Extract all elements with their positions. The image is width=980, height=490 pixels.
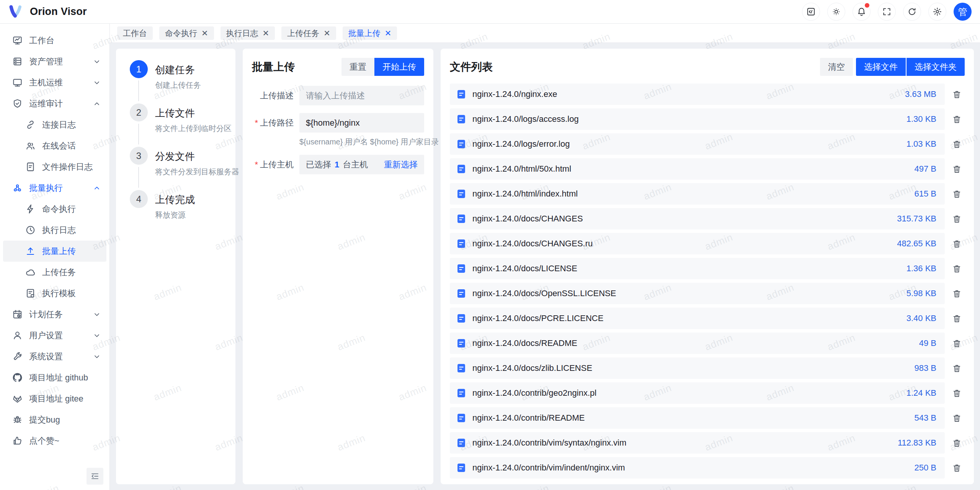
- file-doc-icon: [456, 313, 467, 324]
- theme-sun-button[interactable]: [827, 3, 845, 21]
- dashboard-icon: [12, 35, 23, 46]
- select-folder-button[interactable]: 选择文件夹: [906, 58, 965, 76]
- step-number: 1: [130, 60, 148, 78]
- sidebar-item-label: 主机运维: [29, 77, 63, 88]
- tab-1[interactable]: 工作台: [117, 26, 153, 40]
- file-name: nginx-1.24.0/docs/zlib.LICENSE: [472, 363, 909, 373]
- sidebar-item-label: 工作台: [29, 35, 54, 46]
- tab-4[interactable]: 上传任务✕: [281, 26, 336, 40]
- upload-step-1: 1创建任务创建上传任务: [130, 60, 226, 103]
- wrench-icon: [12, 351, 23, 362]
- users-icon: [25, 141, 36, 151]
- upload-description-input[interactable]: [299, 86, 424, 105]
- sidebar-item-17[interactable]: 项目地址 github: [3, 367, 106, 388]
- sidebar-item-20[interactable]: 点个赞~: [3, 430, 106, 451]
- sidebar-item-label: 项目地址 github: [29, 372, 88, 383]
- sidebar-item-18[interactable]: 项目地址 gitee: [3, 388, 106, 409]
- sidebar-item-label: 计划任务: [29, 309, 63, 320]
- delete-file-button[interactable]: [945, 289, 969, 298]
- delete-file-button[interactable]: [945, 388, 969, 398]
- file-name: nginx-1.24.0/logs/error.log: [472, 139, 901, 149]
- delete-file-button[interactable]: [945, 189, 969, 199]
- sidebar-item-5[interactable]: 连接日志: [3, 114, 106, 135]
- tab-close-icon[interactable]: ✕: [323, 29, 330, 37]
- refresh-button[interactable]: [903, 3, 921, 21]
- sidebar-item-1[interactable]: 工作台: [3, 30, 106, 51]
- fullscreen-button[interactable]: [878, 3, 896, 21]
- tab-2[interactable]: 命令执行✕: [159, 26, 214, 40]
- file-row: nginx-1.24.0/html/index.html615 B: [450, 183, 969, 205]
- code-square-button[interactable]: [802, 3, 820, 21]
- file-row: nginx-1.24.0/logs/error.log1.03 KB: [450, 133, 969, 155]
- clear-files-button[interactable]: 清空: [820, 58, 853, 76]
- delete-file-button[interactable]: [945, 239, 969, 249]
- file-doc-icon: [456, 139, 467, 149]
- sidebar-item-12[interactable]: 上传任务: [3, 262, 106, 283]
- select-file-button[interactable]: 选择文件: [856, 58, 906, 76]
- upload-step-3: 3分发文件将文件分发到目标服务器: [130, 147, 226, 190]
- sidebar-item-label: 用户设置: [29, 330, 63, 341]
- sidebar-item-3[interactable]: 主机运维: [3, 72, 106, 93]
- file-row-main: nginx-1.24.0/docs/LICENSE1.36 KB: [450, 258, 945, 279]
- file-size: 49 B: [919, 338, 936, 348]
- sidebar-nav: 工作台资产管理主机运维运维审计连接日志在线会话文件操作日志批量执行命令执行执行日…: [0, 24, 110, 490]
- delete-file-button[interactable]: [945, 463, 969, 473]
- sidebar-collapse-button[interactable]: [87, 468, 103, 485]
- file-size: 1.24 KB: [906, 388, 936, 398]
- brand: Orion Visor: [8, 5, 87, 19]
- delete-file-button[interactable]: [945, 339, 969, 348]
- delete-file-button[interactable]: [945, 115, 969, 124]
- sidebar-item-19[interactable]: 提交bug: [3, 409, 106, 430]
- sidebar-item-10[interactable]: 执行日志: [3, 220, 106, 241]
- delete-file-button[interactable]: [945, 413, 969, 423]
- step-connector: [138, 167, 139, 188]
- reselect-hosts-link[interactable]: 重新选择: [384, 159, 418, 170]
- notification-bell-button[interactable]: [853, 3, 871, 21]
- panels-row: 1创建任务创建上传任务2上传文件将文件上传到临时分区3分发文件将文件分发到目标服…: [110, 43, 980, 490]
- trash-icon: [952, 388, 962, 398]
- file-size: 1.36 KB: [906, 264, 936, 274]
- reset-button[interactable]: 重置: [341, 58, 374, 76]
- app-title: Orion Visor: [30, 6, 87, 18]
- step-number: 2: [130, 103, 148, 121]
- user-avatar[interactable]: 管: [954, 3, 972, 21]
- trash-icon: [952, 139, 962, 149]
- file-row-main: nginx-1.24.0/docs/CHANGES.ru482.65 KB: [450, 233, 945, 254]
- delete-file-button[interactable]: [945, 364, 969, 373]
- batch-upload-form-card: 批量上传 重置 开始上传 上传描述 上传路径 ${: [243, 49, 433, 484]
- file-row: nginx-1.24.0/html/50x.html497 B: [450, 158, 969, 180]
- delete-file-button[interactable]: [945, 264, 969, 274]
- sidebar-item-6[interactable]: 在线会话: [3, 135, 106, 156]
- sidebar-item-7[interactable]: 文件操作日志: [3, 156, 106, 177]
- tab-3[interactable]: 执行日志✕: [220, 26, 275, 40]
- settings-gear-button[interactable]: [928, 3, 946, 21]
- trash-icon: [952, 264, 962, 274]
- upload-step-4: 4上传完成释放资源: [130, 190, 226, 233]
- sidebar-item-11[interactable]: 批量上传: [3, 241, 106, 262]
- sidebar-item-4[interactable]: 运维审计: [3, 93, 106, 114]
- delete-file-button[interactable]: [945, 139, 969, 149]
- file-size: 482.65 KB: [897, 239, 936, 249]
- form-title: 批量上传: [252, 60, 295, 74]
- start-upload-button[interactable]: 开始上传: [374, 58, 424, 76]
- file-row: nginx-1.24.0/docs/CHANGES315.73 KB: [450, 208, 969, 229]
- sidebar-item-8[interactable]: 批量执行: [3, 177, 106, 198]
- tab-close-icon[interactable]: ✕: [385, 29, 392, 37]
- sidebar-item-9[interactable]: 命令执行: [3, 198, 106, 220]
- sidebar-item-16[interactable]: 系统设置: [3, 346, 106, 367]
- sidebar-item-15[interactable]: 用户设置: [3, 325, 106, 346]
- upload-path-input[interactable]: [299, 113, 424, 133]
- tab-close-icon[interactable]: ✕: [263, 29, 270, 37]
- delete-file-button[interactable]: [945, 438, 969, 448]
- delete-file-button[interactable]: [945, 90, 969, 99]
- delete-file-button[interactable]: [945, 314, 969, 323]
- delete-file-button[interactable]: [945, 164, 969, 174]
- tab-5[interactable]: 批量上传✕: [343, 26, 397, 40]
- tab-close-icon[interactable]: ✕: [201, 29, 208, 37]
- delete-file-button[interactable]: [945, 214, 969, 224]
- sidebar-item-2[interactable]: 资产管理: [3, 51, 106, 72]
- refresh-icon: [907, 7, 917, 16]
- sidebar-item-13[interactable]: 执行模板: [3, 283, 106, 304]
- step-description: 将文件上传到临时分区: [155, 123, 232, 134]
- sidebar-item-14[interactable]: 计划任务: [3, 304, 106, 325]
